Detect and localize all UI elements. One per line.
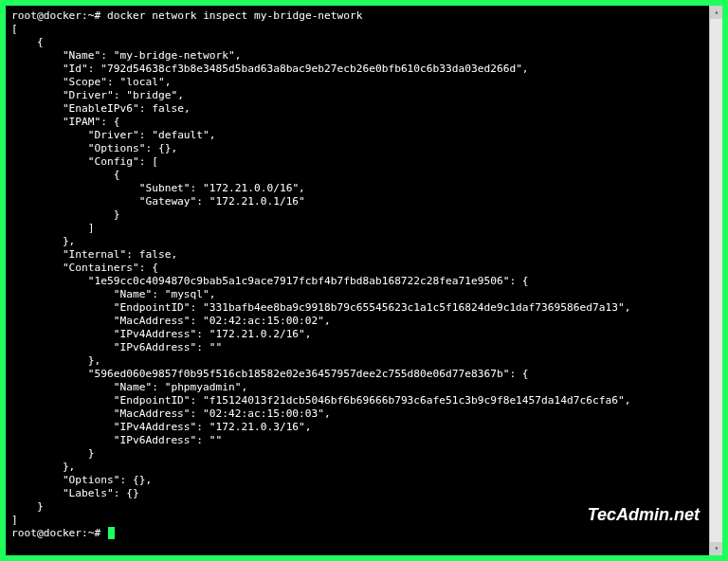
json-line: "Id": "792d54638cf3b8e3485d5bad63a8bac9e… <box>11 63 701 76</box>
json-line: "Containers": { <box>11 262 701 275</box>
json-line: "EndpointID": "f15124013f21dcb5046bf6b69… <box>11 394 701 407</box>
output-open-bracket: [ <box>11 23 701 36</box>
json-line: }, <box>11 354 701 368</box>
json-line: "Labels": {} <box>11 487 701 500</box>
json-line: { <box>11 169 701 182</box>
json-line: }, <box>11 461 701 474</box>
json-line: "IPv6Address": "" <box>11 341 701 354</box>
json-line: "Name": "phpmyadmin", <box>11 381 701 394</box>
json-line: "Options": {}, <box>11 474 701 487</box>
prompt-user-host: root@docker <box>11 9 82 22</box>
json-line: "MacAddress": "02:42:ac:15:00:03", <box>11 407 701 421</box>
watermark-text: TecAdmin.net <box>588 508 700 521</box>
json-line: "EnableIPv6": false, <box>11 102 701 116</box>
json-line: } <box>11 208 701 222</box>
scrollbar[interactable]: ▴ ▾ <box>709 6 722 555</box>
json-line: }, <box>11 235 701 248</box>
json-line: "Subnet": "172.21.0.0/16", <box>11 182 701 195</box>
prompt-line-1: root@docker:~# docker network inspect my… <box>11 9 701 23</box>
scroll-down-arrow-icon[interactable]: ▾ <box>710 542 722 555</box>
json-line: "EndpointID": "331bafb4ee8ba9c9918b79c65… <box>11 301 701 315</box>
json-line: } <box>11 447 701 461</box>
terminal-content: root@docker:~# docker network inspect my… <box>11 9 717 540</box>
json-line: "Driver": "default", <box>11 129 701 142</box>
json-line: "Options": {}, <box>11 142 701 155</box>
json-line: "MacAddress": "02:42:ac:15:00:02", <box>11 315 701 328</box>
json-line: "IPAM": { <box>11 116 701 129</box>
json-line: "596ed060e9857f0b95f516cb18582e02e364579… <box>11 368 701 381</box>
json-line: "Scope": "local", <box>11 76 701 89</box>
cursor-block <box>108 527 115 539</box>
prompt-line-2[interactable]: root@docker:~# <box>11 527 701 540</box>
json-line: "Gateway": "172.21.0.1/16" <box>11 195 701 208</box>
json-line: ] <box>11 222 701 235</box>
json-line: "Name": "mysql", <box>11 288 701 301</box>
scroll-up-arrow-icon[interactable]: ▴ <box>710 6 722 19</box>
command-text: docker network inspect my-bridge-network <box>107 9 362 22</box>
json-line: "Config": [ <box>11 155 701 169</box>
json-line: "Driver": "bridge", <box>11 89 701 102</box>
json-line: "Internal": false, <box>11 248 701 262</box>
terminal-window[interactable]: root@docker:~# docker network inspect my… <box>6 6 722 555</box>
json-line: "IPv4Address": "172.21.0.2/16", <box>11 328 701 341</box>
json-line: { <box>11 36 701 49</box>
json-line: "1e59cc0c4094870c9bab5a1c9ace7917fcbf4b7… <box>11 275 701 288</box>
json-line: "IPv4Address": "172.21.0.3/16", <box>11 421 701 434</box>
json-line: "IPv6Address": "" <box>11 434 701 447</box>
json-line: "Name": "my-bridge-network", <box>11 49 701 63</box>
